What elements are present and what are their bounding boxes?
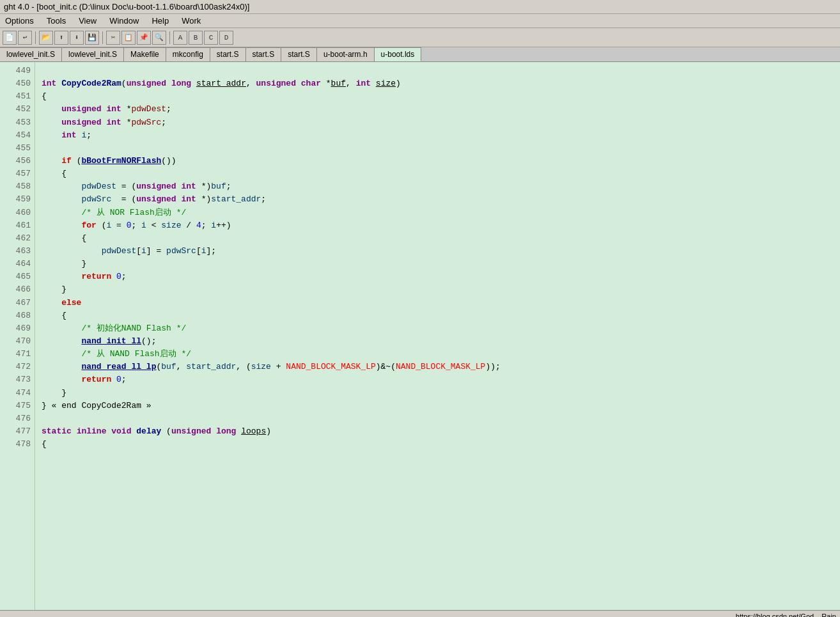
toolbar-btn-new[interactable]: 📄 <box>3 31 17 45</box>
toolbar-btn-paste[interactable]: 📌 <box>137 31 151 45</box>
tab-start-3[interactable]: start.S <box>281 47 317 61</box>
menu-work[interactable]: Work <box>179 15 203 26</box>
tab-start-1[interactable]: start.S <box>210 47 246 61</box>
toolbar-btn-down[interactable]: ⬇ <box>70 31 84 45</box>
toolbar-btn-b[interactable]: B <box>189 31 203 45</box>
code-content[interactable]: int CopyCode2Ram(unsigned long start_add… <box>35 62 840 610</box>
menu-help[interactable]: Help <box>149 15 171 26</box>
toolbar-btn-undo[interactable]: ↩ <box>18 31 32 45</box>
toolbar-btn-up[interactable]: ⬆ <box>54 31 68 45</box>
toolbar-btn-a[interactable]: A <box>173 31 187 45</box>
menu-view[interactable]: View <box>76 15 99 26</box>
menu-options[interactable]: Options <box>3 15 36 26</box>
tab-uboot-lds[interactable]: u-boot.lds <box>375 47 422 61</box>
toolbar-btn-cut[interactable]: ✂ <box>106 31 120 45</box>
toolbar-btn-save[interactable]: 💾 <box>85 31 99 45</box>
tab-bar: lowlevel_init.S lowlevel_init.S Makefile… <box>0 47 840 62</box>
title-text: ght 4.0 - [boot_init.c (D:\linux Doc\u-b… <box>4 2 249 12</box>
toolbar-sep-2 <box>102 31 103 44</box>
tab-start-2[interactable]: start.S <box>246 47 282 61</box>
tab-mkconfig[interactable]: mkconfig <box>166 47 210 61</box>
code-area: 4494504514524534544554564574584594604614… <box>0 62 840 610</box>
menu-window[interactable]: Window <box>107 15 141 26</box>
title-bar: ght 4.0 - [boot_init.c (D:\linux Doc\u-b… <box>0 0 840 14</box>
tab-uboot-arm[interactable]: u-boot-arm.h <box>317 47 375 61</box>
toolbar-btn-c[interactable]: C <box>204 31 218 45</box>
line-numbers: 4494504514524534544554564574584594604614… <box>0 62 35 610</box>
toolbar-btn-copy[interactable]: 📋 <box>121 31 136 45</box>
tab-lowlevel-init-2[interactable]: lowlevel_init.S <box>62 47 124 61</box>
menu-tools[interactable]: Tools <box>44 15 68 26</box>
toolbar-sep-1 <box>35 31 36 44</box>
tab-makefile[interactable]: Makefile <box>124 47 166 61</box>
menu-bar: Options Tools View Window Help Work <box>0 14 840 28</box>
status-bar: https://blog.csdn.net/God__Rain <box>0 610 840 617</box>
toolbar-btn-open[interactable]: 📂 <box>39 31 53 45</box>
toolbar-btn-find[interactable]: 🔍 <box>152 31 166 45</box>
toolbar: 📄 ↩ 📂 ⬆ ⬇ 💾 ✂ 📋 📌 🔍 A B C D <box>0 28 840 47</box>
status-text: https://blog.csdn.net/God__Rain <box>736 613 836 618</box>
tab-lowlevel-init-1[interactable]: lowlevel_init.S <box>0 47 62 61</box>
toolbar-sep-3 <box>169 31 170 44</box>
toolbar-btn-d[interactable]: D <box>219 31 233 45</box>
